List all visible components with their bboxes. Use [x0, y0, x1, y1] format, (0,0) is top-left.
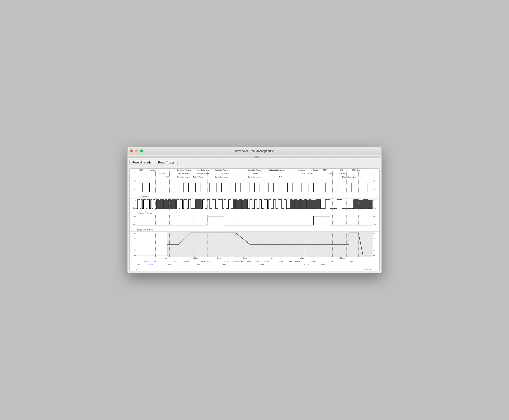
titlebar: runviewer - the labscript suite [127, 147, 382, 155]
annot-dipol6: Dipoltalie warten [342, 176, 356, 178]
annot-belich2: Belichten [340, 172, 348, 174]
plot3-tisa1-amplitude: Hi Lo Hi Lo [130, 215, 379, 232]
time-r2-18: 150ms [348, 260, 354, 262]
time-r1-3: 5ms [217, 257, 221, 259]
time-r1-1: 30ms [162, 257, 167, 259]
time-r1-6: 10us [300, 257, 304, 259]
plot3-inner [137, 215, 372, 226]
annot-tof: TOF [165, 176, 169, 178]
time-r2-7: 30ms [224, 260, 228, 262]
plot1-channel-label: A1_clockline: [137, 195, 149, 198]
annot-dipol3: Dipolfalle Warten [214, 169, 228, 171]
time-r1-7: 400ms [339, 257, 345, 259]
annot-melasse1: Melasse [150, 169, 156, 171]
annot-dipol4b: Dipoitalie warten [247, 176, 261, 178]
time-r2-13: 1e+00ms [277, 260, 284, 262]
reset-y-axes-button[interactable]: Reset Y axes [155, 160, 177, 165]
annot-dipol2: Dipolfalie warten [196, 172, 209, 174]
plot2-channel-label: Camera_Trigger: [137, 212, 153, 214]
time-r2-10: 400us [247, 260, 252, 262]
time-r3-3: 30ms [167, 263, 172, 265]
plot1-ytick-0-right: 0 [373, 188, 375, 190]
svg-rect-2 [233, 199, 247, 208]
plot4-inner [137, 232, 372, 257]
annot-mot: MOT [139, 169, 143, 171]
plot2-inner [137, 198, 372, 210]
time-r3-4: 10ms [195, 263, 200, 265]
plot1-ytick-0-left: 0 [134, 188, 136, 190]
plot-container: 4 2 0 4 2 0 MOT Melasse [129, 168, 380, 271]
time-r2-8: 100us [233, 260, 238, 262]
annot-dipol1b: Dipoifalie warten [177, 172, 190, 174]
time-r1-4: 5ms [243, 257, 247, 259]
plot3-lo-right: Lo [373, 224, 376, 226]
time-r2-17: 5ms [331, 260, 334, 262]
plot2-hi-left: Hi [134, 199, 136, 201]
time-r3-8: 100ms [320, 263, 326, 265]
annot-mot2: MOT [323, 169, 327, 171]
annot-aus: aus [329, 172, 332, 174]
plot2-lo-left: Lo [133, 207, 136, 209]
plot1-ytick-4-left: 4 [134, 171, 136, 174]
plot3-lo-left: Lo [133, 224, 136, 226]
annot-dipol3b: Dipoitalie warten [215, 176, 228, 178]
annot-mot-bre: MOT Bre [352, 169, 360, 171]
plot4-analog: 4 3 2 1 0 4 3 2 1 0 [130, 232, 379, 271]
annot-rp: RP [279, 176, 282, 178]
plot1-ytick-2-right: 2 [373, 180, 375, 182]
plot2-y-axis-left: Hi Lo [130, 198, 137, 210]
annot-dipol4: Dipolfalle Warten [247, 169, 262, 171]
content-area: 4 2 0 4 2 0 MOT Melasse [127, 167, 382, 273]
minimize-button[interactable] [135, 150, 138, 152]
plot1-a1-clockline: 4 2 0 4 2 0 MOT Melasse [130, 169, 379, 198]
plot1-y-axis-left: 4 2 0 [130, 169, 137, 193]
time-r2-16: 100ms [311, 260, 316, 262]
svg-rect-4 [354, 199, 372, 208]
annot-tisatan: Tisatan [313, 169, 319, 171]
time-r2-2: 3ms [154, 260, 157, 262]
window-title: runviewer - the labscript suite [235, 149, 274, 153]
plot2-camera-trigger: Hi Lo Hi Lo [130, 198, 379, 215]
time-r3-5: 20ms [222, 263, 226, 265]
annot-tisaaus: Tisaaus [308, 172, 315, 174]
maximize-button[interactable] [140, 150, 143, 152]
plot4-y-axis-right: 4 3 2 1 0 [372, 232, 379, 257]
scrollbar-thumb[interactable] [254, 156, 259, 158]
time-r2-6: 100ms [207, 260, 212, 262]
close-button[interactable] [130, 150, 133, 152]
annot-dipol1c: Dipoltalie warten [177, 176, 190, 178]
annot-dipol1: Dipolfalle Warten [177, 169, 191, 171]
plot1-inner: MOT Melasse Melasse TOF Dipolfalle Warte… [137, 169, 372, 193]
plot1-y-axis-right: 4 2 0 [372, 169, 379, 193]
plot2-waveform [137, 198, 372, 210]
time-r3-2: 300us [148, 263, 153, 265]
annot-mo: MO [340, 169, 343, 171]
plot3-hi-right: Hi [373, 216, 376, 218]
plot3-y-axis-right: Hi Lo [372, 215, 379, 226]
reset-time-axis-button[interactable]: Reset time axis [129, 160, 154, 165]
scrollbar-track [128, 156, 381, 158]
plot3-waveform [137, 215, 372, 226]
annot-fake: Fake Belichten [196, 169, 209, 171]
horizontal-scrollbar[interactable] [127, 155, 382, 158]
annot-melasse2: Melasse [159, 172, 166, 174]
time-r2-4: 800us [184, 260, 189, 262]
plot2-hi-right: Hi [373, 199, 376, 201]
time-r2-12: 100us [264, 260, 269, 262]
time-r3-1: 8us [137, 263, 140, 265]
time-r2-11: 5ms [255, 260, 259, 262]
plot2-lo-right: Lo [373, 207, 376, 209]
time-r2-1: 100us [143, 260, 148, 262]
time-r2-14: 5ms [288, 260, 292, 262]
plot1-ytick-2-left: 2 [134, 180, 136, 182]
annot-posjaus: Posjaus [299, 169, 305, 171]
annot-belich1: Belichten 1 [222, 172, 231, 174]
time-r1-5: 6us [270, 257, 272, 259]
svg-rect-3 [290, 199, 321, 208]
annot-umpump: Umpump [251, 172, 258, 174]
time-r2-3: 1ms [172, 260, 176, 262]
plot1-ytick-4-right: 4 [373, 171, 375, 174]
main-window: runviewer - the labscript suite Reset ti… [127, 147, 382, 274]
time-r1-2: 100ms [193, 257, 198, 259]
time-axis-container: 30ms 100ms 5ms 5ms 6us 10us 400ms 100us … [137, 257, 372, 271]
